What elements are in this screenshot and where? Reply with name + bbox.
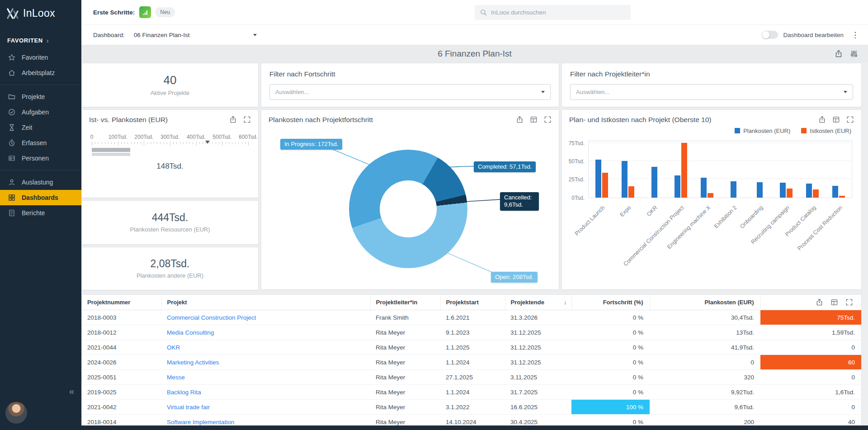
- cell-fortschritt: 0 %: [571, 340, 650, 355]
- table-row[interactable]: 2021-0044OKRRita Meyer1.1.202531.12.2025…: [82, 340, 861, 355]
- cell-plankosten: 41,9Tsd.: [650, 340, 760, 355]
- sort-desc-icon[interactable]: ↓: [564, 299, 567, 306]
- sidebar-item-favoriten[interactable]: Favoriten: [0, 50, 81, 65]
- table-row[interactable]: 2018-0003Commercial Construction Project…: [82, 310, 861, 325]
- cell-projektleiter: Rita Meyer: [370, 370, 440, 385]
- projektleiter-filter-dropdown[interactable]: Auswählen...: [570, 84, 853, 100]
- bar-group[interactable]: [826, 141, 852, 198]
- dashboard-settings-icon[interactable]: [850, 50, 858, 58]
- gauge-target-marker: [205, 141, 210, 144]
- report-icon: [8, 209, 16, 217]
- column-header[interactable]: Projektende↓: [505, 295, 571, 310]
- fullscreen-icon[interactable]: [846, 116, 854, 123]
- sidebar-item-arbeitsplatz[interactable]: Arbeitsplatz: [0, 65, 81, 80]
- export-icon[interactable]: [835, 50, 843, 58]
- card-ist-vs-plankosten: Ist- vs. Plankosten (EUR) 0100Tsd.200Tsd…: [81, 109, 259, 198]
- card-plan-ist-nach-projekt: Plan- und Istkosten nach Projekt (Oberst…: [561, 109, 862, 290]
- sidebar-collapse-button[interactable]: «: [69, 386, 74, 397]
- bar-group[interactable]: [799, 141, 826, 198]
- sidebar-item-label: Zeit: [22, 124, 32, 131]
- sidebar-nav: FavoritenArbeitsplatzProjekteAufgabenZei…: [0, 50, 81, 221]
- column-header[interactable]: Projektleiter*in: [370, 295, 440, 310]
- dropdown-placeholder: Auswählen...: [275, 89, 309, 95]
- sidebar-item-zeit[interactable]: Zeit: [0, 120, 81, 135]
- bar-group[interactable]: [746, 141, 773, 198]
- sidebar-item-dashboards[interactable]: Dashboards: [0, 190, 81, 205]
- sidebar-item-erfassen[interactable]: Erfassen: [0, 135, 81, 151]
- cell-projektstart: 9.1.2023: [440, 325, 505, 340]
- avatar[interactable]: [5, 402, 27, 424]
- dashboard-edit-toggle[interactable]: [762, 31, 778, 39]
- category-label: Process Cost Reduction: [796, 204, 844, 252]
- bar-group[interactable]: [773, 141, 799, 198]
- fullscreen-icon[interactable]: [544, 116, 552, 123]
- erste-schritte-icon[interactable]: [139, 6, 151, 18]
- dashboard-grid: 40 Aktive Projekte Ist- vs. Plankosten (…: [81, 63, 868, 290]
- column-header[interactable]: Projektnummer: [82, 295, 161, 310]
- bar-group[interactable]: [641, 141, 667, 198]
- export-icon[interactable]: [229, 116, 237, 123]
- bar-chart: 0Tsd.25Tsd.50Tsd.75Tsd. Product LaunchEx…: [568, 141, 852, 198]
- bar-group[interactable]: [615, 141, 641, 198]
- cell-plankosten: 13Tsd.: [650, 325, 760, 340]
- table-view-icon[interactable]: [830, 298, 838, 306]
- sidebar-item-auslastung[interactable]: Auslastung: [0, 175, 81, 190]
- topbar: Erste Schritte: Neu Dashboard: 06 Finanz…: [81, 0, 868, 45]
- table-row[interactable]: 2021-0042Virtual trade fairRita Meyer3.1…: [82, 400, 861, 415]
- sidebar-item-aufgaben[interactable]: Aufgaben: [0, 104, 81, 120]
- fullscreen-icon[interactable]: [243, 116, 251, 123]
- donut-label-in-progress: In Progress: 172Tsd.: [280, 139, 342, 150]
- cell-projektende: 31.3.2026: [505, 310, 571, 325]
- project-link[interactable]: Virtual trade fair: [167, 404, 210, 411]
- table-view-icon[interactable]: [530, 116, 538, 123]
- project-link[interactable]: OKR: [167, 344, 180, 351]
- table-row[interactable]: 2024-0026Marketing ActivitiesRita Meyer1…: [82, 355, 861, 370]
- category-label: Engineering machine X: [665, 204, 711, 250]
- cell-projektnummer: 2021-0042: [82, 400, 161, 415]
- filter-title: Filter nach Fortschritt: [269, 70, 551, 78]
- cell-projektende: 31.12.2025: [505, 355, 571, 370]
- project-link[interactable]: Software Implementation: [167, 419, 234, 425]
- cell-projektstart: 3.1.2022: [440, 400, 505, 415]
- app-logo[interactable]: InLoox: [0, 0, 81, 25]
- search-input[interactable]: [475, 5, 631, 20]
- column-header[interactable]: Plankosten (EUR): [650, 295, 760, 310]
- export-icon[interactable]: [818, 116, 826, 123]
- sidebar-item-personen[interactable]: Personen: [0, 151, 81, 166]
- cell-projekt: Virtual trade fair: [161, 400, 370, 415]
- sidebar-item-projekte[interactable]: Projekte: [0, 89, 81, 104]
- project-link[interactable]: Media Consulting: [167, 329, 214, 336]
- projects-table: ProjektnummerProjektProjektleiter*inProj…: [82, 295, 861, 430]
- bar-group[interactable]: [694, 141, 720, 198]
- table-row[interactable]: 2019-0025Backlog RitaRita Meyer1.1.20243…: [82, 385, 861, 400]
- bar-group[interactable]: [668, 141, 694, 198]
- fullscreen-icon[interactable]: [845, 298, 853, 306]
- sidebar-section-favoriten[interactable]: FAVORITEN ›: [0, 25, 81, 50]
- project-link[interactable]: Backlog Rita: [167, 389, 201, 396]
- main-area: Erste Schritte: Neu Dashboard: 06 Finanz…: [81, 0, 868, 430]
- dashboard-select[interactable]: 06 Finanzen Plan-Ist: [133, 29, 260, 41]
- project-link[interactable]: Messe: [167, 374, 185, 381]
- column-header[interactable]: Projektstart: [440, 295, 505, 310]
- page-title: 6 Finanzen Plan-Ist: [438, 49, 512, 59]
- table-row[interactable]: 2025-0051MesseRita Meyer27.1.20253.11.20…: [82, 370, 861, 385]
- search-field[interactable]: [491, 9, 625, 16]
- cell-fortschritt: 100 %: [571, 400, 650, 415]
- table-row[interactable]: 2018-0012Media ConsultingRita Meyer9.1.2…: [82, 325, 861, 340]
- column-header[interactable]: Fortschritt (%): [571, 295, 650, 310]
- bar-group[interactable]: [720, 141, 746, 198]
- bar-group[interactable]: [589, 141, 615, 198]
- sidebar-item-berichte[interactable]: Berichte: [0, 205, 81, 221]
- table-view-icon[interactable]: [832, 116, 840, 123]
- column-header[interactable]: Projekt: [161, 295, 370, 310]
- active-projects-value: 40: [164, 73, 177, 87]
- cell-projekt: Marketing Activities: [161, 355, 370, 370]
- export-icon[interactable]: [516, 116, 524, 123]
- export-icon[interactable]: [816, 298, 823, 306]
- kebab-menu-icon[interactable]: ⋮: [851, 30, 859, 40]
- project-link[interactable]: Marketing Activities: [167, 359, 219, 366]
- donut-chart[interactable]: [349, 150, 467, 268]
- legend-item: Istkosten (EUR): [801, 128, 851, 134]
- fortschritt-filter-dropdown[interactable]: Auswählen...: [269, 84, 551, 100]
- project-link[interactable]: Commercial Construction Project: [167, 314, 256, 321]
